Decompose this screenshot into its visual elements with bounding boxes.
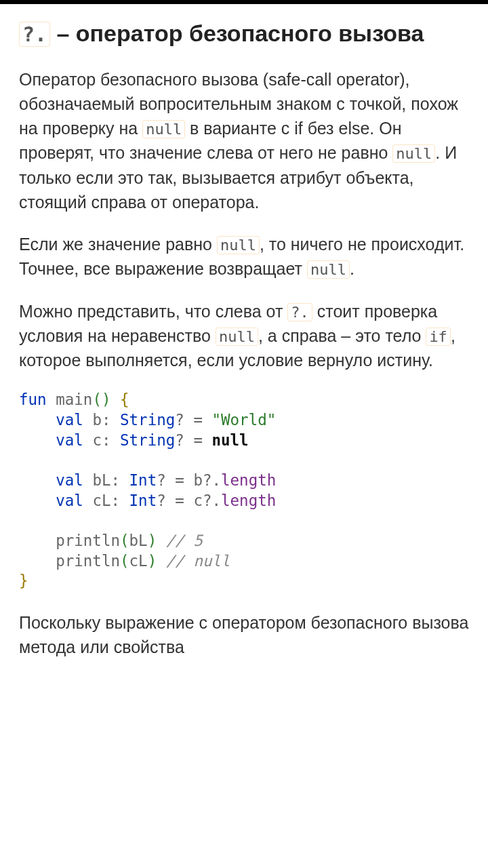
kw-val: val — [56, 411, 92, 429]
indent — [19, 552, 56, 570]
ident-b: b — [193, 471, 203, 489]
brace-open: { — [110, 391, 129, 408]
p2-text-c: . — [350, 259, 354, 278]
kw-val: val — [56, 431, 92, 449]
member-length: length — [221, 492, 276, 509]
nullable-q: ? — [175, 431, 184, 449]
ident-cL: cL — [92, 492, 110, 509]
ident-b: b — [92, 411, 102, 429]
indent — [19, 492, 56, 509]
paragraph-2: Если же значение равно null, то ничего н… — [19, 232, 469, 281]
title-text: – оператор безопасного вызова — [50, 20, 424, 46]
fn-main: main — [56, 391, 92, 408]
indent — [19, 411, 56, 429]
inline-null: null — [392, 144, 435, 163]
type-int: Int — [129, 471, 157, 489]
inline-operator: ?. — [287, 303, 312, 321]
indent — [19, 471, 56, 489]
inline-null: null — [142, 120, 185, 138]
paren-open: ( — [120, 532, 129, 549]
safe-call-op: ?. — [203, 471, 221, 489]
type-string: String — [120, 411, 175, 429]
paren-close: ) — [148, 552, 157, 570]
string-literal: "World" — [211, 411, 276, 429]
paragraph-3: Можно представить, что слева от ?. стоит… — [19, 299, 469, 373]
kw-val: val — [56, 492, 92, 509]
fn-println: println — [56, 552, 120, 570]
article-body: ?. – оператор безопасного вызова Операто… — [0, 4, 488, 688]
page-title: ?. – оператор безопасного вызова — [19, 19, 469, 48]
comment: // null — [157, 552, 230, 570]
member-length: length — [221, 471, 276, 489]
paren-close: ) — [148, 532, 157, 549]
arg-cL: cL — [129, 552, 148, 570]
title-operator-code: ?. — [19, 22, 50, 47]
inline-null: null — [307, 260, 350, 279]
ident-bL: bL — [92, 471, 110, 489]
inline-null: null — [217, 236, 260, 254]
type-string: String — [120, 431, 175, 449]
kw-fun: fun — [19, 391, 56, 408]
inline-null: null — [216, 328, 258, 346]
colon: : — [102, 431, 120, 449]
indent — [19, 431, 56, 449]
nullable-q: ? — [175, 411, 184, 429]
null-literal: null — [211, 431, 248, 449]
ident-c: c — [92, 431, 102, 449]
inline-if: if — [426, 328, 451, 346]
arg-bL: bL — [129, 532, 148, 549]
p3-text-c: , а справа – это тело — [258, 326, 426, 345]
indent — [19, 532, 56, 549]
ident-c: c — [193, 492, 203, 509]
equals: = — [184, 411, 212, 429]
paragraph-4: Поскольку выражение с оператором безопас… — [19, 610, 469, 660]
brace-close: } — [19, 572, 28, 589]
colon: : — [110, 471, 129, 489]
paren-open: ( — [120, 552, 129, 570]
comment: // 5 — [157, 532, 203, 549]
fn-println: println — [56, 532, 120, 549]
code-example: fun main() { val b: String? = "World" va… — [19, 390, 469, 591]
type-int: Int — [129, 492, 157, 509]
nullable-q: ? — [157, 471, 166, 489]
colon: : — [110, 492, 129, 509]
safe-call-op: ?. — [203, 492, 221, 509]
p2-text-a: Если же значение равно — [19, 235, 217, 254]
p4-text-a: Поскольку выражение с оператором безопас… — [19, 613, 468, 656]
equals: = — [166, 471, 194, 489]
equals: = — [184, 431, 212, 449]
kw-val: val — [56, 471, 92, 489]
equals: = — [166, 492, 194, 509]
colon: : — [102, 411, 120, 429]
p3-text-a: Можно представить, что слева от — [19, 302, 287, 321]
paragraph-1: Оператор безопасного вызова (safe-call o… — [19, 67, 469, 215]
nullable-q: ? — [157, 492, 166, 509]
paren: () — [92, 391, 110, 408]
